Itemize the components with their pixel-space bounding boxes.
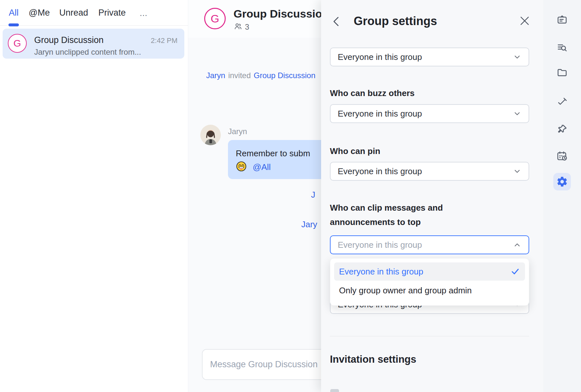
system-message: JaryninvitedGroup Discussion [206, 71, 315, 80]
chevron-up-icon [513, 241, 521, 249]
dropdown-top-permission[interactable]: Everyone in this group [330, 48, 529, 66]
tab-unread[interactable]: Unread [59, 8, 88, 18]
message-text: Remember to subm [236, 148, 310, 159]
tab-at-me[interactable]: @Me [29, 8, 50, 18]
dropdown-options-popup: Everyone in this group Only group owner … [330, 258, 529, 306]
option-owner-admin[interactable]: Only group owner and group admin [334, 281, 525, 300]
dropdown-value: Everyone in this group [338, 52, 422, 62]
tab-all[interactable]: All [9, 8, 19, 18]
dropdown-who-can-pin[interactable]: Everyone in this group [330, 162, 529, 181]
chat-item-avatar: G [8, 34, 27, 53]
laughing-emoji [236, 161, 247, 173]
system-message-actor-link[interactable]: Jaryn [206, 71, 225, 80]
check-icon [511, 267, 520, 276]
mention-all-link[interactable]: @All [253, 162, 271, 172]
option-label: Only group owner and group admin [339, 286, 472, 296]
option-everyone[interactable]: Everyone in this group [334, 262, 525, 281]
chat-list-item-group-discussion[interactable]: G Group Discussion 2:42 PM Jaryn unclipp… [3, 29, 184, 59]
chat-item-time: 2:42 PM [151, 36, 177, 45]
chevron-down-icon [513, 167, 521, 175]
search-history-icon[interactable] [553, 39, 571, 56]
chat-item-title: Group Discussion [34, 35, 104, 45]
group-settings-panel: Group settings Everyone in this group Wh… [321, 0, 543, 392]
calendar-events-icon[interactable] [553, 147, 571, 165]
pin-icon[interactable] [553, 120, 571, 138]
dropdown-value: Everyone in this group [338, 109, 422, 119]
message-mention-row: @All [236, 161, 271, 173]
group-avatar[interactable]: G [204, 8, 226, 29]
members-icon [234, 22, 242, 32]
close-icon[interactable] [519, 15, 530, 26]
sender-avatar[interactable] [200, 125, 221, 145]
folder-icon[interactable] [553, 64, 571, 81]
section-label-buzz: Who can buzz others [330, 86, 415, 100]
back-icon[interactable] [331, 15, 343, 28]
dropdown-who-can-buzz[interactable]: Everyone in this group [330, 104, 529, 123]
chat-item-preview: Jaryn unclipped content from... [34, 48, 141, 57]
announcement-board-icon[interactable] [553, 11, 571, 29]
dropdown-who-can-clip[interactable]: Everyone in this group [330, 235, 529, 254]
tab-private[interactable]: Private [98, 8, 126, 18]
app-window: G Group Discussion 3 JaryninvitedGroup D… [0, 0, 581, 392]
section-label-pin: Who can pin [330, 144, 380, 158]
dropdown-value: Everyone in this group [338, 166, 422, 176]
chat-title: Group Discussion [234, 7, 329, 20]
system-message-fragment: Jary [301, 219, 317, 230]
invitation-settings-heading: Invitation settings [330, 354, 416, 365]
more-tabs-button[interactable]: … [139, 8, 148, 18]
section-label-clip: Who can clip messages and announcements … [330, 201, 507, 229]
chevron-down-icon [513, 53, 521, 61]
settings-gear-icon[interactable] [553, 173, 571, 190]
chevron-down-icon [513, 109, 521, 118]
chat-filter-tabs: All @Me Unread Private … [0, 0, 188, 26]
message-bubble[interactable]: Remember to subm @All [228, 140, 335, 179]
system-message-action: invited [228, 71, 251, 80]
member-count: 3 [245, 22, 249, 32]
todo-check-icon[interactable] [553, 93, 571, 111]
chat-list-sidebar: All @Me Unread Private … G Group Discuss… [0, 0, 188, 392]
sender-name: Jaryn [228, 127, 247, 136]
active-tab-indicator [8, 23, 19, 26]
checkbox-fragment[interactable] [330, 389, 339, 392]
system-message-fragment: J [311, 190, 315, 200]
message-input-placeholder: Message Group Discussion [210, 350, 318, 379]
right-icon-rail [543, 0, 581, 392]
member-count-row[interactable]: 3 [234, 22, 249, 32]
dropdown-value: Everyone in this group [338, 240, 422, 250]
system-message-target-link[interactable]: Group Discussion [254, 71, 315, 80]
option-label: Everyone in this group [339, 267, 423, 277]
panel-title: Group settings [354, 14, 437, 28]
section-divider [330, 336, 529, 336]
